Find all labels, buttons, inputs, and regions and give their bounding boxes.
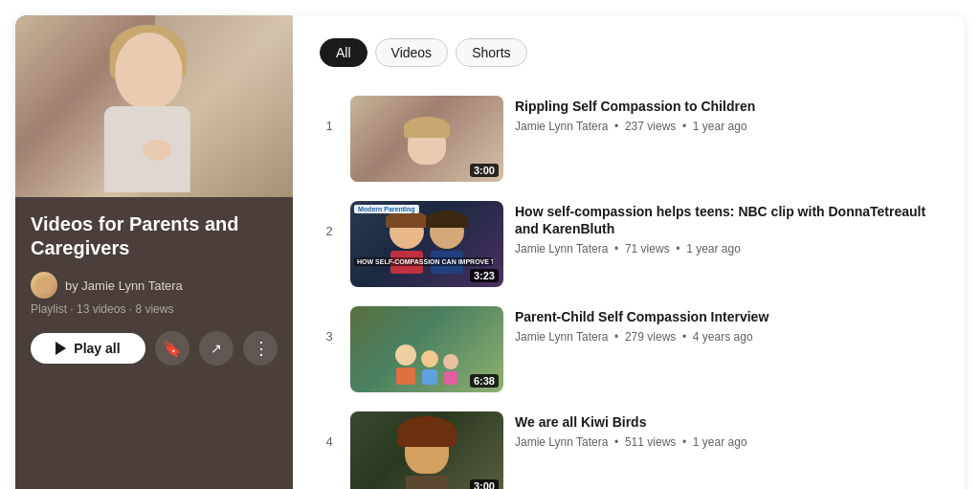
right-panel: All Videos Shorts 1 3:00 xyxy=(293,15,965,489)
video-duration: 3:00 xyxy=(470,479,499,489)
video-thumbnail[interactable]: 6:38 xyxy=(350,306,503,392)
video-thumbnail[interactable]: Modern Parenting HOW SELF-COMPASSION CAN… xyxy=(350,201,503,287)
video-duration: 6:38 xyxy=(470,374,499,388)
play-icon xyxy=(56,342,66,355)
views-count: 279 views xyxy=(625,330,676,344)
channel-name-label: Jamie Lynn Tatera xyxy=(515,435,608,449)
channel-name-label: Jamie Lynn Tatera xyxy=(515,120,608,133)
channel-name: by Jamie Lynn Tatera xyxy=(65,278,183,293)
video-number: 4 xyxy=(320,411,339,449)
video-number: 3 xyxy=(320,306,339,344)
share-icon: ↗ xyxy=(211,341,222,356)
views-count: 71 views xyxy=(625,242,670,256)
play-all-button[interactable]: Play all xyxy=(31,333,145,364)
mp-badge: Modern Parenting xyxy=(354,205,419,213)
tab-videos[interactable]: Videos xyxy=(375,38,449,67)
list-item: 4 3:00 We are all Kiwi Birds xyxy=(320,402,938,489)
share-button[interactable]: ↗ xyxy=(199,331,234,366)
list-item: 2 xyxy=(320,191,938,297)
nbc-overlay: HOW SELF-COMPASSION CAN IMPROVE TEEN MEN… xyxy=(354,257,493,266)
video-age: 1 year ago xyxy=(693,435,747,449)
playlist-meta: Playlist · 13 videos · 8 views xyxy=(31,302,278,316)
video-duration: 3:00 xyxy=(470,164,499,177)
list-item: 1 3:00 Rippling Self Compassion to Child… xyxy=(320,86,938,191)
more-options-button[interactable]: ⋮ xyxy=(243,331,278,366)
left-panel: Videos for Parents and Caregivers by Jam… xyxy=(15,15,293,489)
video-number: 1 xyxy=(320,96,339,133)
video-age: 1 year ago xyxy=(686,242,741,256)
video-meta: We are all Kiwi Birds Jamie Lynn Tatera … xyxy=(515,411,938,449)
bookmark-icon: 🔖 xyxy=(163,340,182,358)
playlist-info: Videos for Parents and Caregivers by Jam… xyxy=(15,197,293,331)
video-subtitle: Jamie Lynn Tatera • 279 views • 4 years … xyxy=(515,330,938,344)
tab-shorts[interactable]: Shorts xyxy=(456,38,526,67)
video-subtitle: Jamie Lynn Tatera • 511 views • 1 year a… xyxy=(515,435,938,449)
video-title[interactable]: We are all Kiwi Birds xyxy=(515,413,938,431)
channel-name-label: Jamie Lynn Tatera xyxy=(515,242,608,256)
channel-name-label: Jamie Lynn Tatera xyxy=(515,330,608,344)
video-meta: Parent-Child Self Compassion Interview J… xyxy=(515,306,938,344)
views-count: 511 views xyxy=(625,435,676,449)
video-subtitle: Jamie Lynn Tatera • 237 views • 1 year a… xyxy=(515,120,938,133)
playlist-thumbnail xyxy=(15,15,293,197)
video-age: 1 year ago xyxy=(693,120,747,133)
playlist-title: Videos for Parents and Caregivers xyxy=(31,212,278,260)
save-button[interactable]: 🔖 xyxy=(155,331,189,366)
video-title[interactable]: Rippling Self Compassion to Children xyxy=(515,98,938,115)
channel-avatar xyxy=(31,272,57,299)
list-item: 3 xyxy=(320,297,938,402)
video-duration: 3:23 xyxy=(470,269,499,282)
video-subtitle: Jamie Lynn Tatera • 71 views • 1 year ag… xyxy=(515,242,938,256)
video-thumbnail[interactable]: 3:00 xyxy=(350,96,503,182)
channel-row: by Jamie Lynn Tatera xyxy=(31,272,278,299)
playlist-actions: Play all 🔖 ↗ ⋮ xyxy=(15,331,293,385)
more-icon: ⋮ xyxy=(253,338,269,359)
video-number: 2 xyxy=(320,201,339,238)
page-container: Videos for Parents and Caregivers by Jam… xyxy=(15,15,965,489)
video-age: 4 years ago xyxy=(693,330,753,344)
tab-all[interactable]: All xyxy=(320,38,368,67)
video-thumbnail[interactable]: 3:00 xyxy=(350,411,503,489)
video-list: 1 3:00 Rippling Self Compassion to Child… xyxy=(320,86,938,489)
video-meta: Rippling Self Compassion to Children Jam… xyxy=(515,96,938,133)
views-count: 237 views xyxy=(625,120,676,133)
play-all-label: Play all xyxy=(74,341,120,356)
video-title[interactable]: How self-compassion helps teens: NBC cli… xyxy=(515,203,938,237)
filter-tabs: All Videos Shorts xyxy=(320,38,938,67)
video-title[interactable]: Parent-Child Self Compassion Interview xyxy=(515,308,938,325)
video-meta: How self-compassion helps teens: NBC cli… xyxy=(515,201,938,256)
